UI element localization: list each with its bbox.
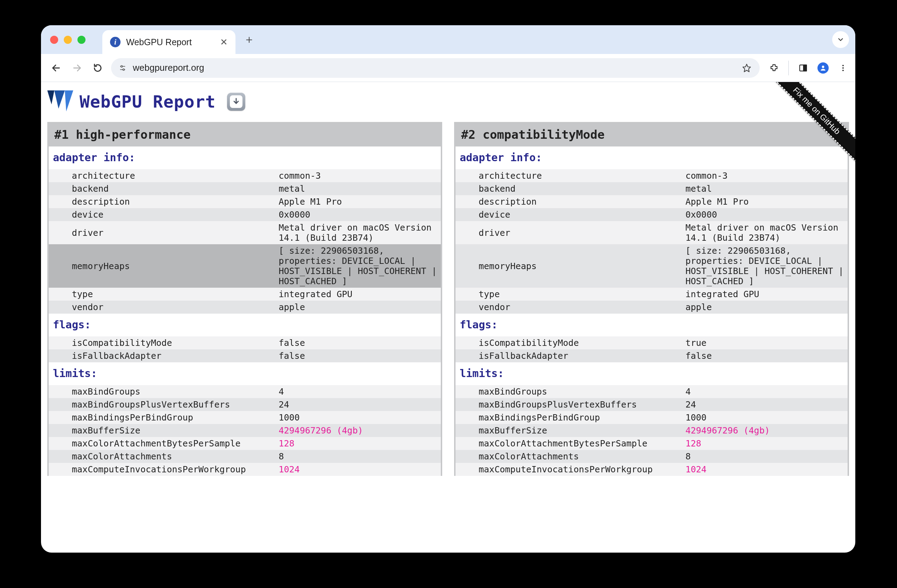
kebab-icon — [839, 64, 847, 72]
table-row[interactable]: maxBindGroups4 — [456, 385, 848, 398]
svg-point-9 — [822, 66, 825, 68]
table-row[interactable]: vendorapple — [456, 301, 848, 314]
row-key: device — [477, 210, 683, 220]
table-row[interactable]: maxColorAttachments8 — [49, 450, 441, 463]
table-row[interactable]: maxComputeInvocationsPerWorkgroup1024 — [49, 463, 441, 476]
table-row[interactable]: memoryHeaps[ size: 22906503168, properti… — [456, 244, 848, 288]
table-row[interactable]: device0x0000 — [49, 208, 441, 221]
svg-marker-13 — [47, 90, 54, 104]
row-value: Apple M1 Pro — [279, 197, 439, 207]
download-icon — [232, 97, 240, 106]
table-row[interactable]: driverMetal driver on macOS Version 14.1… — [456, 221, 848, 244]
extensions-button[interactable] — [769, 63, 779, 73]
table-row[interactable]: backendmetal — [49, 182, 441, 195]
table-row[interactable]: typeintegrated GPU — [49, 288, 441, 301]
section-header: adapter info: — [49, 147, 441, 169]
new-tab-button[interactable]: ＋ — [242, 32, 257, 47]
row-key: backend — [477, 184, 683, 194]
star-icon — [742, 63, 751, 72]
table-row[interactable]: typeintegrated GPU — [456, 288, 848, 301]
user-icon — [820, 64, 827, 72]
row-key: architecture — [70, 171, 277, 181]
tabs-overflow-button[interactable] — [832, 31, 849, 48]
row-value: 1024 — [685, 464, 846, 475]
table-row[interactable]: maxBindGroupsPlusVertexBuffers24 — [49, 398, 441, 411]
row-value: [ size: 22906503168, properties: DEVICE_… — [279, 246, 439, 286]
tune-icon — [119, 64, 127, 72]
tab-close-icon[interactable]: ✕ — [220, 37, 228, 47]
forward-button[interactable] — [69, 60, 85, 76]
close-window-button[interactable] — [50, 36, 58, 44]
table-row[interactable]: maxColorAttachments8 — [456, 450, 848, 463]
side-panel-button[interactable] — [798, 63, 808, 73]
table-row[interactable]: maxComputeInvocationsPerWorkgroup1024 — [456, 463, 848, 476]
table-row[interactable]: maxBindGroupsPlusVertexBuffers24 — [456, 398, 848, 411]
fullscreen-window-button[interactable] — [77, 36, 86, 44]
table-row[interactable]: maxBindingsPerBindGroup1000 — [456, 411, 848, 424]
site-favicon-icon: i — [110, 37, 121, 47]
table-row[interactable]: backendmetal — [456, 182, 848, 195]
row-value: true — [685, 338, 846, 348]
table-row[interactable]: device0x0000 — [456, 208, 848, 221]
table-row[interactable]: maxColorAttachmentBytesPerSample128 — [49, 437, 441, 450]
row-value: apple — [279, 302, 439, 312]
adapter-card-title: #1 high-performance — [47, 122, 442, 147]
table-row[interactable]: maxBufferSize4294967296 (4gb) — [456, 424, 848, 437]
table-row[interactable]: maxColorAttachmentBytesPerSample128 — [456, 437, 848, 450]
reload-button[interactable] — [90, 60, 106, 76]
table-row[interactable]: isCompatibilityModetrue — [456, 336, 848, 349]
table-row[interactable]: isCompatibilityModefalse — [49, 336, 441, 349]
table-row[interactable]: descriptionApple M1 Pro — [456, 195, 848, 208]
address-bar[interactable]: webgpureport.org — [111, 58, 760, 78]
row-key: architecture — [477, 171, 683, 181]
window-controls — [50, 36, 86, 44]
row-value: metal — [279, 184, 439, 194]
svg-point-3 — [121, 66, 122, 67]
back-button[interactable] — [48, 60, 64, 76]
table-row[interactable]: isFallbackAdapterfalse — [49, 349, 441, 362]
table-row[interactable]: architecturecommon-3 — [49, 169, 441, 182]
row-value: 8 — [685, 451, 846, 461]
row-key: type — [70, 289, 277, 299]
row-value: [ size: 22906503168, properties: DEVICE_… — [685, 246, 846, 286]
svg-point-12 — [842, 70, 844, 71]
table-row[interactable]: maxBufferSize4294967296 (4gb) — [49, 424, 441, 437]
table-row[interactable]: driverMetal driver on macOS Version 14.1… — [49, 221, 441, 244]
menu-button[interactable] — [838, 63, 848, 73]
site-settings-button[interactable] — [119, 64, 127, 72]
row-value: common-3 — [685, 171, 846, 181]
tab-active[interactable]: i WebGPU Report ✕ — [102, 30, 236, 54]
table-row[interactable]: isFallbackAdapterfalse — [456, 349, 848, 362]
svg-marker-6 — [743, 64, 750, 72]
row-key: maxComputeInvocationsPerWorkgroup — [477, 464, 683, 475]
table-row[interactable]: vendorapple — [49, 301, 441, 314]
table-row[interactable]: architecturecommon-3 — [456, 169, 848, 182]
row-key: maxBindGroups — [70, 386, 277, 397]
row-value: Metal driver on macOS Version 14.1 (Buil… — [279, 222, 439, 243]
arrow-left-icon — [51, 63, 61, 73]
row-key: vendor — [477, 302, 683, 312]
row-key: driver — [70, 228, 277, 238]
download-button[interactable] — [227, 92, 245, 111]
row-key: driver — [477, 228, 683, 238]
table-row[interactable]: memoryHeaps[ size: 22906503168, properti… — [49, 244, 441, 288]
bookmark-button[interactable] — [741, 63, 752, 73]
profile-button[interactable] — [817, 62, 829, 74]
row-value: integrated GPU — [279, 289, 439, 299]
row-key: device — [70, 210, 277, 220]
row-value: 1000 — [279, 412, 439, 423]
svg-rect-8 — [804, 65, 807, 71]
table-row[interactable]: maxBindingsPerBindGroup1000 — [49, 411, 441, 424]
row-value: 1024 — [279, 464, 439, 475]
svg-marker-15 — [65, 90, 73, 112]
section-header: limits: — [49, 362, 441, 385]
minimize-window-button[interactable] — [64, 36, 72, 44]
svg-point-10 — [842, 65, 844, 66]
row-key: memoryHeaps — [70, 261, 277, 271]
table-row[interactable]: maxBindGroups4 — [49, 385, 441, 398]
puzzle-icon — [770, 63, 779, 72]
row-value: Metal driver on macOS Version 14.1 (Buil… — [685, 222, 846, 243]
row-value: 24 — [685, 400, 846, 410]
row-key: memoryHeaps — [477, 261, 683, 271]
table-row[interactable]: descriptionApple M1 Pro — [49, 195, 441, 208]
